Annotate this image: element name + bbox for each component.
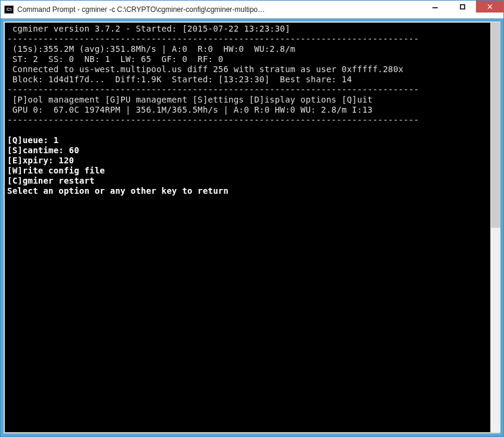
minimize-icon bbox=[432, 7, 438, 8]
titlebar-left: C:\ Command Prompt - cgminer -c C:\CRYPT… bbox=[1, 5, 421, 14]
titlebar[interactable]: C:\ Command Prompt - cgminer -c C:\CRYPT… bbox=[1, 1, 503, 18]
option-restart: [C]gminer restart bbox=[7, 176, 95, 185]
app-window: C:\ Command Prompt - cgminer -c C:\CRYPT… bbox=[0, 0, 504, 437]
separator: ----------------------------------------… bbox=[7, 34, 419, 44]
stats-line-2: ST: 2 SS: 0 NB: 1 LW: 65 GF: 0 RF: 0 bbox=[7, 54, 223, 64]
separator: ----------------------------------------… bbox=[7, 85, 419, 94]
option-queue: [Q]ueue: 1 bbox=[7, 135, 58, 145]
block-line: Block: 1d4d1f7d... Diff:1.9K Started: [1… bbox=[7, 75, 352, 84]
connection-line: Connected to us-west.multipool.us diff 2… bbox=[7, 64, 403, 74]
option-expiry: [E]xpiry: 120 bbox=[7, 156, 74, 165]
terminal-output[interactable]: cgminer version 3.7.2 - Started: [2015-0… bbox=[5, 23, 490, 432]
close-button[interactable]: ✕ bbox=[476, 1, 503, 13]
option-write: [W]rite config file bbox=[7, 166, 105, 175]
stats-line-1: (15s):355.2M (avg):351.8Mh/s | A:0 R:0 H… bbox=[7, 44, 295, 54]
maximize-button[interactable] bbox=[449, 1, 476, 13]
option-scantime: [S]cantime: 60 bbox=[7, 145, 79, 155]
version-line: cgminer version 3.7.2 - Started: [2015-0… bbox=[7, 24, 290, 33]
maximize-icon bbox=[460, 4, 465, 10]
terminal-frame: cgminer version 3.7.2 - Started: [2015-0… bbox=[4, 21, 500, 433]
window-title: Command Prompt - cgminer -c C:\CRYPTO\cg… bbox=[17, 5, 265, 14]
separator: ----------------------------------------… bbox=[7, 115, 419, 125]
window-body: cgminer version 3.7.2 - Started: [2015-0… bbox=[1, 18, 503, 436]
cmd-icon: C:\ bbox=[4, 5, 14, 14]
menu-line: [P]ool management [G]PU management [S]et… bbox=[7, 95, 373, 104]
vertical-scrollbar[interactable] bbox=[490, 23, 500, 432]
window-controls: ✕ bbox=[421, 1, 503, 18]
gpu-line: GPU 0: 67.0C 1974RPM | 356.1M/365.5Mh/s … bbox=[7, 105, 373, 114]
minimize-button[interactable] bbox=[421, 1, 449, 13]
select-prompt: Select an option or any other key to ret… bbox=[7, 186, 228, 196]
scrollbar-thumb[interactable] bbox=[491, 23, 500, 228]
close-icon: ✕ bbox=[487, 3, 493, 11]
